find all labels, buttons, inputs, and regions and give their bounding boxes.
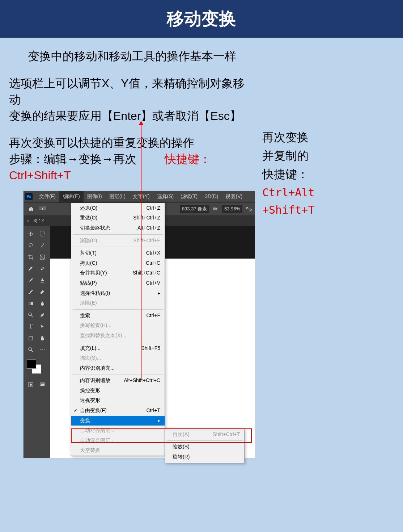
svg-rect-11 bbox=[29, 302, 31, 305]
menu-item-label: 自动混合图层... bbox=[80, 437, 115, 444]
foreground-swatch[interactable] bbox=[27, 359, 36, 369]
path-select-icon[interactable] bbox=[37, 322, 48, 332]
menu-image[interactable]: 图像(I) bbox=[84, 191, 106, 202]
page-title: 移动变换 bbox=[0, 7, 403, 30]
pen-tool-icon[interactable] bbox=[37, 310, 48, 320]
screenmode-icon[interactable] bbox=[37, 380, 48, 390]
svg-rect-3 bbox=[40, 208, 41, 210]
menu-item-shortcut: Ctrl+X bbox=[146, 250, 160, 257]
menu-edit[interactable]: 编辑(E) bbox=[59, 191, 84, 202]
menu-item[interactable]: 重做(O)Shift+Ctrl+Z bbox=[71, 213, 165, 223]
type-tool-icon[interactable]: T bbox=[25, 322, 36, 332]
zoom-tool-icon[interactable] bbox=[25, 345, 36, 355]
heal-tool-icon[interactable] bbox=[37, 264, 48, 274]
eraser-tool-icon[interactable] bbox=[37, 287, 48, 297]
submenu-arrow-icon bbox=[155, 290, 160, 297]
menu-layer[interactable]: 图层(L) bbox=[106, 191, 129, 202]
menu-item[interactable]: 填充(L)...Shift+F5 bbox=[71, 343, 165, 353]
eyedropper-tool-icon[interactable] bbox=[25, 264, 36, 274]
svg-point-12 bbox=[29, 313, 31, 316]
menu-item[interactable]: 变换 bbox=[71, 416, 165, 426]
menu-item-shortcut: Ctrl+T bbox=[147, 407, 161, 414]
menu-3d[interactable]: 3D(D) bbox=[201, 191, 222, 202]
menu-separator bbox=[73, 309, 163, 310]
menu-item-label: 内容识别缩放 bbox=[80, 377, 110, 384]
quickmask-icon[interactable] bbox=[25, 380, 36, 390]
menu-item: 自动混合图层... bbox=[71, 436, 165, 446]
svg-rect-4 bbox=[42, 208, 43, 210]
menu-item[interactable]: 合并拷贝(Y)Shift+Ctrl+C bbox=[71, 268, 165, 278]
menu-separator bbox=[167, 440, 243, 441]
color-swatches[interactable] bbox=[27, 359, 41, 374]
w-field[interactable]: 53.96% bbox=[222, 205, 242, 213]
home-icon[interactable] bbox=[27, 205, 35, 213]
gradient-tool-icon[interactable] bbox=[25, 298, 36, 309]
move-tool-icon[interactable] bbox=[25, 229, 36, 239]
transform-origin-icon[interactable] bbox=[39, 205, 46, 213]
menu-separator bbox=[73, 342, 163, 342]
intro-text: 变换中的移动和移动工具的操作基本一样 bbox=[9, 49, 255, 64]
menu-view[interactable]: 视图(V) bbox=[222, 191, 246, 202]
document-tab[interactable]: 3) * × bbox=[34, 218, 44, 224]
menu-filter[interactable]: 滤镜(T) bbox=[177, 191, 201, 202]
menu-item[interactable]: 还原(O)Ctrl+Z bbox=[71, 203, 165, 213]
menu-item-label: 自动对齐图层... bbox=[80, 427, 115, 434]
menu-item[interactable]: 搜索Ctrl+F bbox=[71, 311, 165, 321]
hand-tool-icon[interactable] bbox=[37, 333, 48, 343]
menu-item[interactable]: 粘贴(P)Ctrl+V bbox=[71, 278, 165, 288]
menu-item[interactable]: 透视变形 bbox=[71, 395, 165, 406]
wand-tool-icon[interactable] bbox=[37, 240, 48, 251]
menu-select[interactable]: 选择(S) bbox=[153, 191, 178, 202]
menu-item: 天空替换 bbox=[71, 445, 165, 456]
menu-item-shortcut: Shift+Ctrl+C bbox=[133, 269, 160, 277]
submenu-item[interactable]: 旋转(R) bbox=[165, 452, 244, 462]
shape-tool-icon[interactable] bbox=[25, 333, 36, 343]
menu-separator bbox=[73, 374, 163, 374]
lasso-tool-icon[interactable] bbox=[25, 240, 36, 251]
menu-item-label: 变换 bbox=[80, 417, 90, 424]
photoshop-window: Ps 文件(F) 编辑(E) 图像(I) 图层(L) 文字(Y) 选择(S) 滤… bbox=[24, 191, 255, 458]
svg-rect-2 bbox=[44, 206, 46, 208]
menu-item[interactable]: 选择性粘贴(I) bbox=[71, 288, 165, 298]
edit-dropdown-menu: 还原(O)Ctrl+Z重做(O)Shift+Ctrl+Z切换最终状态Alt+Ct… bbox=[71, 203, 165, 456]
annotation-arrow bbox=[141, 124, 141, 379]
submenu-label: 旋转(R) bbox=[173, 453, 190, 461]
menu-item-label: 合并拷贝(Y) bbox=[80, 269, 107, 277]
submenu-item[interactable]: 缩放(S) bbox=[165, 442, 244, 452]
menu-item[interactable]: 切换最终状态Alt+Ctrl+Z bbox=[71, 223, 165, 233]
menu-item-label: 选择性粘贴(I) bbox=[80, 290, 110, 297]
menu-file[interactable]: 文件(F) bbox=[35, 191, 59, 202]
stamp-tool-icon[interactable] bbox=[37, 275, 48, 285]
menu-item[interactable]: 内容识别缩放Alt+Shift+Ctrl+C bbox=[71, 376, 165, 386]
menu-item-label: 剪切(T) bbox=[80, 250, 97, 257]
svg-point-7 bbox=[29, 243, 33, 246]
history-brush-icon[interactable] bbox=[25, 287, 36, 297]
menu-item-shortcut: Ctrl+Z bbox=[147, 205, 161, 212]
menu-item[interactable]: 操控变形 bbox=[71, 386, 165, 396]
menu-item-shortcut: Ctrl+F bbox=[147, 312, 161, 319]
menu-item[interactable]: 内容识别填充... bbox=[71, 363, 165, 373]
blur-tool-icon[interactable] bbox=[37, 298, 48, 309]
menu-item-label: 拷贝(C) bbox=[80, 260, 97, 267]
menu-item[interactable]: 自由变换(F)Ctrl+T bbox=[71, 406, 165, 416]
menu-item-shortcut: Ctrl+C bbox=[146, 260, 160, 267]
coord-field[interactable]: 893.37 像素 bbox=[180, 205, 209, 213]
menu-item-label: 自由变换(F) bbox=[80, 407, 107, 414]
more-tools-icon[interactable]: ⋯ bbox=[37, 345, 48, 355]
crop-tool-icon[interactable] bbox=[25, 252, 36, 262]
submenu-arrow-icon bbox=[155, 417, 160, 424]
menu-item[interactable]: 剪切(T)Ctrl+X bbox=[71, 248, 165, 258]
frame-tool-icon[interactable] bbox=[37, 252, 48, 262]
menu-item-label: 渐隐(D)... bbox=[80, 237, 101, 244]
link-icon[interactable] bbox=[246, 207, 252, 211]
tab-collapse-icon[interactable]: « bbox=[27, 218, 29, 224]
brush-tool-icon[interactable] bbox=[25, 275, 36, 285]
transform-submenu: 再次(A)Shift+Ctrl+T缩放(S)旋转(R) bbox=[165, 428, 245, 463]
menu-item-label: 描边(S)... bbox=[80, 355, 101, 362]
dodge-tool-icon[interactable] bbox=[25, 310, 36, 320]
marquee-tool-icon[interactable] bbox=[37, 229, 48, 239]
menu-item-label: 拼写检查(H)... bbox=[80, 322, 111, 329]
ps-toolbar: T ⋯ bbox=[24, 226, 50, 458]
menu-item[interactable]: 拷贝(C)Ctrl+C bbox=[71, 258, 165, 268]
menu-item-label: 重做(O) bbox=[80, 214, 97, 222]
